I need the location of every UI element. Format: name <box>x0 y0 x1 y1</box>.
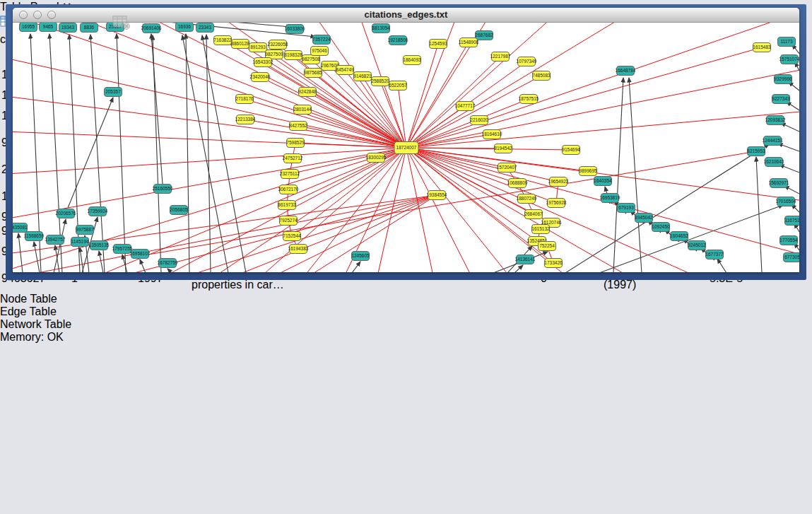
network-node[interactable]: 14136141 <box>515 255 536 264</box>
network-edge[interactable] <box>90 35 105 272</box>
network-edge[interactable] <box>406 148 799 263</box>
network-node[interactable]: 19343 <box>59 23 77 33</box>
network-node[interactable]: 23275112 <box>280 170 300 179</box>
network-node[interactable]: 7925274 <box>279 216 298 226</box>
network-node[interactable]: 11568659 <box>24 232 45 241</box>
network-node[interactable]: 17016504 <box>776 197 796 206</box>
network-node[interactable]: 15720407 <box>497 163 517 173</box>
network-edge[interactable] <box>99 251 103 272</box>
network-node[interactable]: 9875685 <box>304 69 322 78</box>
network-node[interactable]: 18300295 <box>366 153 387 163</box>
network-node[interactable]: 30672170 <box>278 185 299 194</box>
network-node[interactable]: 9242848 <box>298 88 317 97</box>
network-node[interactable]: 20206576 <box>56 209 76 218</box>
network-node[interactable]: 12444153 <box>763 136 783 146</box>
network-node[interactable]: 1167533 <box>785 216 800 226</box>
network-node[interactable]: 679193 <box>618 204 635 213</box>
network-node[interactable]: 7357224 <box>312 35 331 45</box>
network-node[interactable]: 205357 <box>105 88 122 97</box>
network-edge[interactable] <box>514 265 523 272</box>
network-edge[interactable] <box>76 195 437 272</box>
network-node[interactable]: 8454749 <box>336 66 354 75</box>
citation-network-graph[interactable]: 1695594651934388362361720691406169362334… <box>13 23 799 272</box>
network-node[interactable]: 1604652 <box>670 232 688 241</box>
network-node[interactable]: 8198328 <box>284 51 302 60</box>
network-node[interactable]: 1254593 <box>429 40 447 49</box>
network-node[interactable]: 16194383 <box>288 245 309 254</box>
network-node[interactable]: 8194542 <box>494 144 512 153</box>
tab-node-table[interactable]: Node Table <box>0 293 812 305</box>
network-node[interactable]: 19384554 <box>427 191 447 200</box>
network-node[interactable]: 18724007 <box>394 142 418 154</box>
network-node[interactable]: 25160550 <box>153 185 173 194</box>
network-node[interactable]: 7163822 <box>213 36 232 45</box>
network-node[interactable]: 2588520 <box>371 77 389 86</box>
network-canvas[interactable]: 1695594651934388362361720691406169362334… <box>13 23 799 272</box>
network-node[interactable]: 23343 <box>196 23 214 33</box>
network-node[interactable]: 23226058 <box>268 40 288 49</box>
network-node[interactable]: 8836 <box>81 23 98 33</box>
network-node[interactable]: 18164610 <box>482 130 502 139</box>
network-node[interactable]: 19756928 <box>546 199 567 208</box>
network-edge[interactable] <box>122 255 127 272</box>
network-node[interactable]: 8813054 <box>372 24 390 33</box>
network-node[interactable]: 16953819 <box>600 194 620 203</box>
network-edge[interactable] <box>406 148 507 168</box>
network-node[interactable]: 24752712 <box>283 154 303 163</box>
network-edge[interactable] <box>13 148 406 178</box>
network-node[interactable]: 11548908 <box>459 38 479 47</box>
network-node[interactable]: 7598529 <box>286 139 305 148</box>
network-node[interactable]: 16936 <box>176 23 194 32</box>
network-node[interactable]: 13942757 <box>45 235 66 245</box>
network-node[interactable]: 9245012 <box>688 241 706 250</box>
network-node[interactable]: 8619733 <box>278 201 296 210</box>
network-node[interactable]: 16958107 <box>130 250 151 259</box>
network-node[interactable]: 10688809 <box>507 179 528 188</box>
network-node[interactable]: 1145194 <box>71 238 89 247</box>
network-node[interactable]: 18807249 <box>517 194 537 204</box>
network-node[interactable]: 9146821 <box>353 72 372 81</box>
network-node[interactable]: 9899695 <box>579 167 597 176</box>
network-node[interactable]: 891293 <box>249 43 267 52</box>
network-node[interactable]: 1092450 <box>652 223 670 232</box>
network-edge[interactable] <box>27 148 406 272</box>
network-node[interactable]: 16033809 <box>285 25 305 34</box>
network-edge[interactable] <box>140 259 146 272</box>
network-node[interactable]: 12217987 <box>490 52 511 62</box>
network-edge[interactable] <box>140 151 756 256</box>
network-node[interactable]: 9227343 <box>772 95 790 104</box>
network-node[interactable]: 9975887 <box>76 226 94 235</box>
network-node[interactable]: 1615132 <box>531 225 550 234</box>
network-node[interactable]: 7152544 <box>283 232 301 241</box>
network-node[interactable]: 2684067 <box>524 210 543 219</box>
network-node[interactable]: 8945042 <box>635 214 653 223</box>
network-node[interactable]: 16543302 <box>253 58 273 67</box>
network-node[interactable]: 752254 <box>539 242 556 251</box>
network-edge[interactable] <box>287 148 406 205</box>
network-edge[interactable] <box>167 269 172 272</box>
network-node[interactable]: 8215953 <box>747 147 765 156</box>
network-node[interactable]: 11173 <box>778 37 796 47</box>
network-node[interactable]: 19218506 <box>388 36 408 45</box>
network-edge[interactable] <box>80 247 83 272</box>
network-node[interactable]: 10797349 <box>517 57 537 66</box>
network-edge[interactable] <box>380 81 406 148</box>
network-node[interactable]: 17359924 <box>88 207 108 216</box>
network-edge[interactable] <box>778 144 799 151</box>
network-node[interactable]: 2687682 <box>475 31 493 40</box>
network-node[interactable]: 1245605 <box>351 252 370 261</box>
network-node[interactable]: 1677377 <box>705 250 724 259</box>
network-node[interactable]: 1770554 <box>779 236 798 245</box>
network-edge[interactable] <box>629 78 642 272</box>
network-node[interactable]: 7485083 <box>532 71 551 81</box>
tab-edge-table[interactable]: Edge Table <box>0 305 812 318</box>
network-node[interactable]: 12213384 <box>235 115 256 124</box>
network-node[interactable]: 8860128 <box>231 40 249 49</box>
network-node[interactable]: 16782759 <box>158 259 178 268</box>
network-node[interactable]: 18757515 <box>519 95 539 104</box>
network-node[interactable]: 8427552 <box>289 122 307 131</box>
network-node[interactable]: 1640354 <box>594 177 612 186</box>
network-node[interactable]: 15751074 <box>779 55 799 64</box>
network-node[interactable]: 677305 <box>784 253 800 262</box>
network-node[interactable]: 2803144 <box>293 105 312 115</box>
